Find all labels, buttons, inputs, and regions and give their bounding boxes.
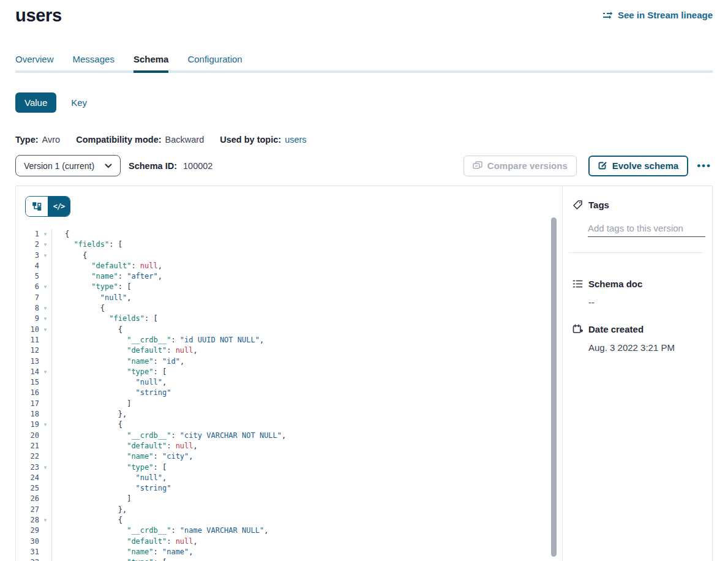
code-text: { (52, 303, 105, 314)
more-options-button[interactable]: ••• (696, 160, 713, 172)
schema-doc-title: Schema doc (588, 279, 642, 289)
key-toggle-button[interactable]: Key (71, 97, 87, 108)
format-toggle: Value Key (15, 92, 713, 113)
fold-toggle-icon[interactable]: ▼ (39, 557, 52, 561)
line-number: 11 (16, 335, 39, 345)
line-number: 10 (16, 325, 39, 335)
code-line: 19▼ { (16, 420, 562, 430)
code-line: 18 }, (16, 409, 562, 420)
schema-id-label: Schema ID: (129, 161, 177, 171)
code-view-button[interactable]: </> (48, 197, 70, 216)
value-toggle-button[interactable]: Value (15, 92, 56, 113)
fold-toggle-icon[interactable]: ▼ (39, 314, 52, 324)
line-number: 9 (16, 314, 39, 324)
line-number: 29 (16, 525, 39, 536)
editor-scrollbar[interactable] (551, 217, 557, 557)
stream-lineage-label: See in Stream lineage (618, 10, 713, 20)
code-text: "type": [ (52, 462, 167, 473)
fold-gutter (39, 399, 52, 409)
see-in-stream-lineage-link[interactable]: See in Stream lineage (601, 10, 713, 20)
compare-versions-button[interactable]: Compare versions (463, 156, 577, 176)
date-created-title: Date created (588, 324, 644, 334)
code-text: "null", (52, 377, 167, 388)
code-line: 15 "null", (16, 377, 562, 388)
page-header: users See in Stream lineage (15, 0, 713, 26)
code-line: 4 "default": null, (16, 261, 562, 271)
code-text: "type": [ (52, 367, 167, 377)
line-number: 22 (16, 451, 39, 462)
fold-gutter (39, 377, 52, 388)
tree-view-icon (32, 202, 42, 211)
tab-overview[interactable]: Overview (15, 54, 54, 73)
doc-list-icon (572, 279, 583, 289)
fold-toggle-icon[interactable]: ▼ (39, 229, 52, 239)
schema-id: Schema ID: 100002 (129, 161, 212, 171)
schema-doc-heading: Schema doc (572, 279, 701, 289)
version-controls-row: Version 1 (current) Schema ID: 100002 Co… (15, 155, 713, 176)
line-number: 8 (16, 303, 39, 314)
code-line: 26 ] (16, 494, 562, 504)
tags-title: Tags (588, 200, 609, 210)
version-select[interactable]: Version 1 (current) (15, 155, 121, 176)
code-text: { (52, 420, 122, 430)
fold-toggle-icon[interactable]: ▼ (39, 250, 52, 261)
code-line: 31 "name": "name", (16, 547, 562, 557)
fold-gutter (39, 494, 52, 504)
schema-id-value: 100002 (183, 161, 212, 171)
code-line: 14▼ "type": [ (16, 367, 562, 377)
tab-configuration[interactable]: Configuration (187, 54, 242, 73)
line-number: 19 (16, 420, 39, 430)
code-line: 13 "name": "id", (16, 356, 562, 367)
fold-toggle-icon[interactable]: ▼ (39, 303, 52, 314)
stream-lineage-icon (601, 10, 614, 20)
evolve-schema-button[interactable]: Evolve schema (588, 156, 688, 176)
code-line: 30 "default": null, (16, 537, 562, 547)
compatibility-label: Compatibility mode: (76, 135, 161, 145)
code-line: 32▼ "type": [ (16, 557, 562, 561)
line-number: 28 (16, 515, 39, 525)
fold-toggle-icon[interactable]: ▼ (39, 325, 52, 335)
fold-gutter (39, 525, 52, 536)
fold-gutter (39, 271, 52, 282)
code-text: "name": "city", (52, 451, 193, 462)
code-text: }, (52, 505, 127, 515)
fold-toggle-icon[interactable]: ▼ (39, 515, 52, 525)
fold-gutter (39, 345, 52, 356)
fold-gutter (39, 356, 52, 367)
code-text: { (52, 325, 122, 335)
line-number: 26 (16, 494, 39, 504)
line-number: 12 (16, 345, 39, 356)
fold-toggle-icon[interactable]: ▼ (39, 420, 52, 430)
code-lines[interactable]: 1▼{2▼ "fields": [3▼ {4 "default": null,5… (16, 229, 562, 561)
code-line: 10▼ { (16, 325, 562, 335)
code-text: { (52, 229, 69, 239)
code-line: 2▼ "fields": [ (16, 239, 562, 250)
tab-messages[interactable]: Messages (73, 54, 114, 73)
code-line: 17 ] (16, 399, 562, 409)
fold-gutter (39, 431, 52, 441)
code-line: 7 "null", (16, 293, 562, 303)
date-created-value: Aug. 3 2022 3:21 PM (588, 342, 701, 353)
code-line: 29 "__crdb__": "name VARCHAR NULL", (16, 525, 562, 536)
fold-toggle-icon[interactable]: ▼ (39, 282, 52, 292)
fold-gutter (39, 441, 52, 451)
topic-link[interactable]: users (285, 135, 306, 145)
line-number: 20 (16, 431, 39, 441)
tree-view-button[interactable] (26, 197, 48, 216)
code-text: { (52, 515, 122, 525)
add-tags-input[interactable] (588, 223, 705, 237)
fold-gutter (39, 451, 52, 462)
line-number: 21 (16, 441, 39, 451)
edit-schema-icon (598, 161, 607, 170)
date-created-heading: Date created (572, 324, 701, 334)
line-number: 18 (16, 409, 39, 420)
fold-toggle-icon[interactable]: ▼ (39, 239, 52, 250)
code-text: "name": "id", (52, 356, 184, 367)
fold-toggle-icon[interactable]: ▼ (39, 367, 52, 377)
line-number: 17 (16, 399, 39, 409)
schema-sidebar: Tags Schema doc -- (562, 186, 712, 561)
tab-schema[interactable]: Schema (133, 54, 169, 73)
line-number: 23 (16, 462, 39, 473)
page-title: users (15, 6, 62, 26)
fold-toggle-icon[interactable]: ▼ (39, 462, 52, 473)
